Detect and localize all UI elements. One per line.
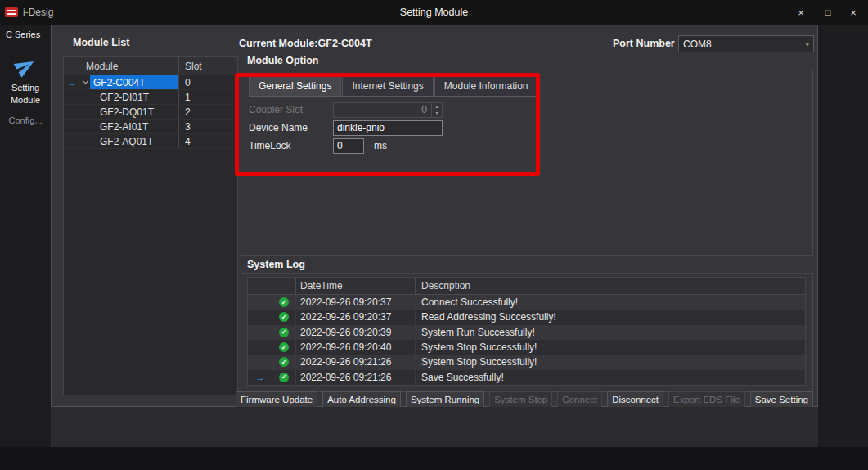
port-number-value: COM8 xyxy=(683,38,712,50)
slot-cell[interactable]: 1 xyxy=(178,90,237,104)
log-datetime: 2022-09-26 09:20:40 xyxy=(295,340,415,355)
log-row[interactable]: ✓2022-09-26 09:20:39System Run Successfu… xyxy=(248,325,805,340)
spinner-buttons: ▴ ▾ xyxy=(431,103,442,117)
system-running-button[interactable]: System Running xyxy=(406,391,484,408)
current-row-arrow-icon xyxy=(248,295,272,310)
tab-internet-settings[interactable]: Internet Settings xyxy=(342,76,433,96)
sidebar-item-setting-module[interactable]: Setting Module xyxy=(0,82,51,106)
success-check-icon: ✓ xyxy=(272,370,295,385)
log-row[interactable]: →✓2022-09-26 09:21:26Save Successfully! xyxy=(248,370,805,385)
log-datetime: 2022-09-26 09:20:37 xyxy=(295,310,415,324)
system-log-title: System Log xyxy=(247,259,305,270)
app-logo-icon xyxy=(5,7,18,17)
datetime-column-header[interactable]: DateTime xyxy=(295,278,415,294)
coupler-slot-spinner[interactable]: 0 ▴ ▾ xyxy=(333,102,443,118)
log-row[interactable]: ✓2022-09-26 09:20:37Read Addressing Succ… xyxy=(248,310,805,324)
slot-column-header[interactable]: Slot xyxy=(178,57,237,75)
dialog-close-icon[interactable]: × xyxy=(790,0,812,25)
module-list-title: Module List xyxy=(73,37,129,48)
app-title: i-Desig xyxy=(23,7,53,18)
dialog-title: Setting Module xyxy=(0,0,868,25)
sidebar-item-config[interactable]: Config... xyxy=(0,115,51,125)
setting-module-dialog: Module List Module Slot →GF2-C004T0GF2-D… xyxy=(51,25,818,407)
module-row[interactable]: GF2-AQ01T4 xyxy=(64,134,237,149)
timelock-input[interactable] xyxy=(333,138,364,154)
module-name: GF2-DQ01T xyxy=(90,105,178,119)
log-table: DateTime Description ✓2022-09-26 09:20:3… xyxy=(247,277,806,386)
slot-cell[interactable]: 0 xyxy=(178,75,237,89)
current-row-arrow-icon xyxy=(64,120,80,133)
slot-cell[interactable]: 2 xyxy=(178,105,237,119)
log-description: System Stop Successfully! xyxy=(415,340,805,355)
module-row[interactable]: →GF2-C004T0 xyxy=(64,75,237,90)
coupler-slot-label: Coupler Slot xyxy=(249,104,333,115)
log-datetime: 2022-09-26 09:20:39 xyxy=(295,325,415,340)
sidebar: C Series Setting Module Config... xyxy=(0,25,51,447)
export-eds-file-button[interactable]: Export EDS File xyxy=(668,391,745,408)
firmware-update-button[interactable]: Firmware Update xyxy=(236,391,317,408)
module-cell[interactable]: GF2-C004T xyxy=(80,75,178,89)
log-table-header: DateTime Description xyxy=(248,278,805,295)
log-description: Connect Successfully! xyxy=(415,295,805,310)
success-check-icon: ✓ xyxy=(272,355,295,369)
log-status-corner xyxy=(272,278,295,294)
module-row[interactable]: GF2-AI01T3 xyxy=(64,120,237,134)
module-cell[interactable]: GF2-DQ01T xyxy=(80,105,178,119)
send-icon[interactable] xyxy=(12,54,38,79)
log-row[interactable]: ✓2022-09-26 09:20:37Connect Successfully… xyxy=(248,295,805,310)
success-check-icon: ✓ xyxy=(272,295,295,310)
module-table-body: →GF2-C004T0GF2-DI01T1GF2-DQ01T2GF2-AI01T… xyxy=(64,75,237,149)
current-row-arrow-icon: → xyxy=(64,75,80,89)
coupler-slot-row: Coupler Slot 0 ▴ ▾ xyxy=(249,102,443,118)
module-column-header[interactable]: Module xyxy=(80,61,178,72)
module-row[interactable]: GF2-DQ01T2 xyxy=(64,105,237,120)
module-cell[interactable]: GF2-AI01T xyxy=(80,120,178,133)
log-datetime: 2022-09-26 09:20:37 xyxy=(295,295,415,310)
module-option-group: Module Option General SettingsInternet S… xyxy=(241,53,813,256)
expand-caret-icon[interactable] xyxy=(80,80,90,84)
current-row-arrow-icon xyxy=(248,340,272,355)
module-cell[interactable]: GF2-AQ01T xyxy=(80,134,178,148)
module-row[interactable]: GF2-DI01T1 xyxy=(64,90,237,105)
footer-buttons: Firmware UpdateAuto AddressingSystem Run… xyxy=(236,391,813,408)
device-name-row: Device Name xyxy=(249,120,443,136)
spin-down-icon[interactable]: ▾ xyxy=(432,110,442,117)
auto-addressing-button[interactable]: Auto Addressing xyxy=(322,391,401,408)
chevron-down-icon: ▾ xyxy=(805,40,809,48)
port-number-combo[interactable]: COM8 ▾ xyxy=(678,35,814,52)
port-number-label: Port Number xyxy=(613,38,675,49)
disconnect-button[interactable]: Disconnect xyxy=(607,391,663,408)
module-name: GF2-DI01T xyxy=(90,90,178,104)
close-icon[interactable]: × xyxy=(843,0,864,25)
log-row[interactable]: ✓2022-09-26 09:20:40System Stop Successf… xyxy=(248,340,805,355)
system-stop-button[interactable]: System Stop xyxy=(489,391,552,408)
description-column-header[interactable]: Description xyxy=(415,278,805,294)
module-cell[interactable]: GF2-DI01T xyxy=(80,90,178,104)
module-table: Module Slot →GF2-C004T0GF2-DI01T1GF2-DQ0… xyxy=(63,56,238,395)
paper-plane-icon xyxy=(11,52,40,81)
slot-cell[interactable]: 3 xyxy=(178,120,237,133)
timelock-row: TimeLock ms xyxy=(249,138,387,154)
titlebar: i-Desig Setting Module × □ × xyxy=(0,0,868,25)
tab-c-series[interactable]: C Series xyxy=(0,25,51,43)
current-row-arrow-icon xyxy=(248,355,272,369)
log-description: System Stop Successfully! xyxy=(415,355,805,369)
slot-cell[interactable]: 4 xyxy=(178,134,237,148)
device-name-input[interactable] xyxy=(333,120,443,136)
device-name-label: Device Name xyxy=(249,122,333,133)
tab-general-settings[interactable]: General Settings xyxy=(249,76,341,96)
spin-up-icon[interactable]: ▴ xyxy=(432,103,442,111)
module-option-frame xyxy=(241,70,813,256)
log-table-body: ✓2022-09-26 09:20:37Connect Successfully… xyxy=(248,295,805,385)
connect-button[interactable]: Connect xyxy=(557,391,602,408)
module-name: GF2-C004T xyxy=(90,75,178,89)
save-setting-button[interactable]: Save Setting xyxy=(750,391,813,408)
current-row-arrow-icon xyxy=(64,90,80,104)
current-row-arrow-icon xyxy=(248,310,272,324)
module-name: GF2-AQ01T xyxy=(90,134,178,148)
current-row-arrow-icon xyxy=(64,105,80,119)
maximize-icon[interactable]: □ xyxy=(817,0,839,25)
timelock-unit: ms xyxy=(374,140,387,151)
log-row[interactable]: ✓2022-09-26 09:21:26System Stop Successf… xyxy=(248,355,805,369)
tab-module-information[interactable]: Module Information xyxy=(434,76,538,96)
